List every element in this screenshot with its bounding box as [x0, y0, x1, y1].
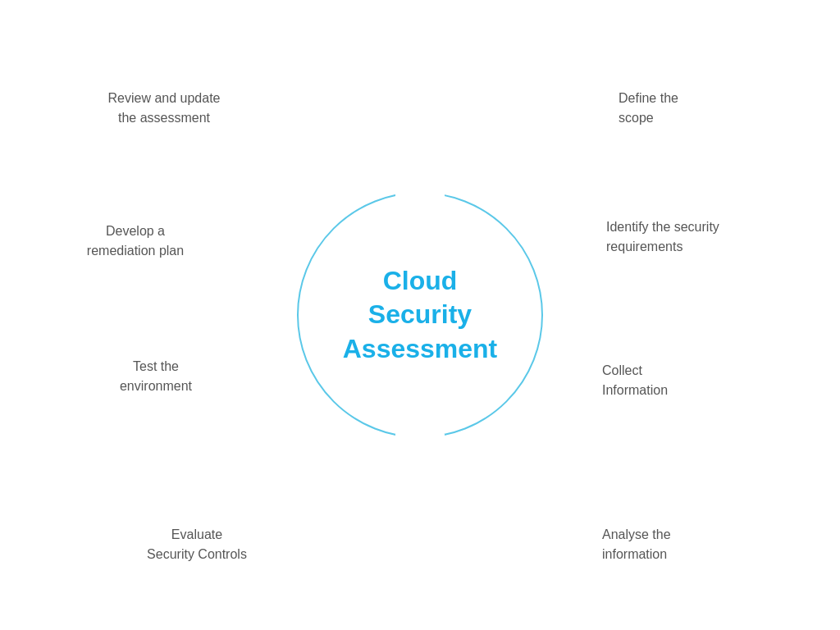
title-line2: Security [368, 299, 472, 329]
label-top-left-line1: Review and update [108, 91, 221, 105]
label-center-right-line2: Information [602, 383, 668, 397]
label-bottom-left: Evaluate Security Controls [107, 525, 287, 564]
center-title: Cloud Security Assessment [343, 264, 498, 367]
label-bottom-left-line1: Evaluate [171, 527, 222, 541]
label-center-right-line1: Collect [602, 363, 642, 377]
center-circle: Cloud Security Assessment [297, 192, 543, 438]
label-middle-right: Identify the security requirements [606, 217, 795, 257]
label-bottom-left-line2: Security Controls [147, 547, 247, 561]
label-top-left-line2: the assessment [118, 111, 210, 125]
label-center-left-line2: environment [120, 379, 192, 393]
label-middle-left-line1: Develop a [106, 224, 165, 238]
label-center-left: Test the environment [74, 357, 238, 396]
label-bottom-right-line1: Analyse the [602, 527, 671, 541]
title-line3: Assessment [343, 334, 498, 363]
label-top-right: Define the scope [619, 89, 766, 128]
label-top-left: Review and update the assessment [74, 89, 254, 128]
label-top-right-line2: scope [619, 111, 654, 125]
label-middle-right-line1: Identify the security [606, 220, 719, 234]
label-bottom-right: Analyse the information [602, 525, 766, 564]
label-top-right-line1: Define the [619, 91, 678, 105]
label-middle-left-line2: remediation plan [87, 244, 184, 258]
label-middle-right-line2: requirements [606, 240, 682, 253]
label-center-left-line1: Test the [133, 359, 179, 373]
label-bottom-right-line2: information [602, 547, 667, 561]
label-middle-left: Develop a remediation plan [45, 221, 226, 261]
title-line1: Cloud [383, 266, 458, 295]
label-center-right: Collect Information [602, 361, 766, 400]
diagram-container: Cloud Security Assessment Review and upd… [0, 0, 840, 630]
